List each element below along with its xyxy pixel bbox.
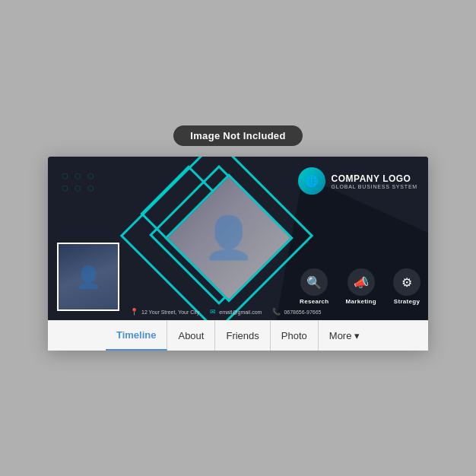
- location-icon: 📍: [130, 308, 138, 316]
- cover-photo-area: 👤 ⬡⬡⬡⬡⬡⬡ 🌐 COMPANY LOGO GLOBAL BUSINESS …: [48, 157, 428, 320]
- marketing-icon-item: 📣 Marketing: [346, 268, 377, 305]
- image-not-included-badge: Image Not Included: [173, 125, 302, 146]
- email-icon: ✉: [210, 308, 216, 316]
- nav-item-photo[interactable]: Photo: [271, 321, 319, 351]
- phone-item: 📞 0678656-97665: [272, 308, 321, 316]
- research-label: Research: [300, 298, 328, 305]
- nav-item-about[interactable]: About: [167, 321, 215, 351]
- tech-overlay: ⬡⬡⬡⬡⬡⬡: [62, 170, 100, 195]
- strategy-label: Strategy: [394, 298, 420, 305]
- phone-text: 0678656-97665: [284, 309, 321, 315]
- strategy-icon: ⚙: [393, 268, 420, 296]
- research-icon: 🔍: [300, 268, 328, 296]
- marketing-label: Marketing: [346, 298, 377, 305]
- facebook-cover-card: 👤 ⬡⬡⬡⬡⬡⬡ 🌐 COMPANY LOGO GLOBAL BUSINESS …: [48, 157, 428, 351]
- navigation-bar: Timeline About Friends Photo More ▾: [48, 320, 428, 351]
- strategy-icon-item: ⚙ Strategy: [393, 268, 420, 305]
- logo-circle-icon: 🌐: [298, 167, 325, 195]
- company-subtitle: GLOBAL BUSINESS SYSTEM: [332, 184, 417, 189]
- left-photo-frame: 👤: [57, 243, 119, 311]
- company-name: COMPANY LOGO: [332, 173, 417, 184]
- logo-text-block: COMPANY LOGO GLOBAL BUSINESS SYSTEM: [332, 173, 417, 189]
- nav-item-timeline[interactable]: Timeline: [106, 321, 168, 351]
- nav-item-friends[interactable]: Friends: [215, 321, 270, 351]
- location-item: 📍 12 Your Street, Your City: [130, 308, 199, 316]
- email-item: ✉ ematl@gmail.com: [210, 308, 262, 316]
- research-icon-item: 🔍 Research: [300, 268, 328, 305]
- company-logo-area: 🌐 COMPANY LOGO GLOBAL BUSINESS SYSTEM: [298, 167, 417, 195]
- location-text: 12 Your Street, Your City: [141, 309, 199, 315]
- address-bar: 📍 12 Your Street, Your City ✉ ematl@gmai…: [130, 308, 321, 316]
- service-icons-row: 🔍 Research 📣 Marketing ⚙ Strategy: [300, 268, 420, 305]
- phone-icon: 📞: [272, 308, 281, 316]
- nav-item-more[interactable]: More ▾: [319, 321, 370, 351]
- email-text: ematl@gmail.com: [219, 309, 262, 315]
- marketing-icon: 📣: [347, 268, 375, 296]
